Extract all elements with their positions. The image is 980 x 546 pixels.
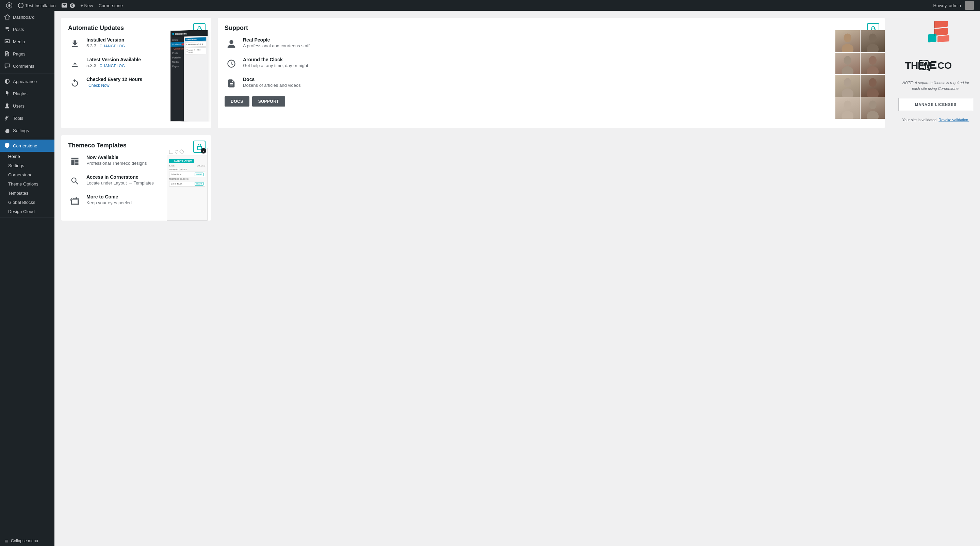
revoke-link[interactable]: Revoke validation. xyxy=(939,118,969,122)
sidebar-sub-home[interactable]: Home xyxy=(0,152,54,161)
svg-point-7 xyxy=(869,56,876,64)
main-content: Automatic Updates 0 xyxy=(54,11,891,546)
mockup-posts-item: Posts xyxy=(170,51,184,56)
insert-btn-2[interactable]: INSERT xyxy=(195,182,204,186)
latest-changelog-link[interactable]: CHANGELOG xyxy=(100,64,125,68)
sidebar-settings-label: Settings xyxy=(13,128,29,133)
now-available-content: Now Available Professional Themeco desig… xyxy=(86,154,167,166)
manage-licenses-button[interactable]: MANAGE LICENSES xyxy=(898,98,973,111)
sidebar-users-label: Users xyxy=(13,103,24,108)
collapse-label: Collapse menu xyxy=(11,538,38,543)
template-actions: SAVE UPLOAD xyxy=(167,165,207,169)
svg-point-14 xyxy=(842,111,853,119)
checked-content: Checked Every 12 Hours Check Now xyxy=(86,76,170,88)
check-now-value: Check Now xyxy=(86,83,170,88)
sidebar-item-pages[interactable]: Pages xyxy=(0,48,54,60)
sidebar-item-dashboard[interactable]: Dashboard xyxy=(0,11,54,23)
svg-point-16 xyxy=(867,111,878,119)
sub-global-blocks-label: Global Blocks xyxy=(8,200,35,205)
howdy-link[interactable]: Howdy, admin xyxy=(928,0,977,11)
support-button[interactable]: SUPPORT xyxy=(252,96,285,107)
sidebar-pages-label: Pages xyxy=(13,51,25,57)
sidebar-sub-design-cloud[interactable]: Design Cloud xyxy=(0,207,54,216)
svg-point-9 xyxy=(844,78,851,87)
sidebar-item-plugins[interactable]: Plugins xyxy=(0,88,54,100)
installed-version-value: 5.3.3 CHANGELOG xyxy=(86,43,170,48)
wp-logo-link[interactable] xyxy=(3,0,15,11)
cornerstone-admin-link[interactable]: Cornerstone xyxy=(95,0,126,11)
support-photo-4 xyxy=(861,53,885,75)
grid-icon xyxy=(169,150,173,154)
sidebar-item-appearance[interactable]: Appearance xyxy=(0,75,54,88)
automatic-updates-card: Automatic Updates 0 xyxy=(61,18,211,128)
check-now-link[interactable]: Check Now xyxy=(89,83,109,88)
clock-icon xyxy=(224,57,238,70)
sidebar-item-media[interactable]: Media xyxy=(0,35,54,48)
sidebar-sub-templates[interactable]: Templates xyxy=(0,189,54,198)
sidebar-sub-settings[interactable]: Settings xyxy=(0,161,54,170)
support-photo-grid xyxy=(835,30,885,119)
sidebar-item-cornerstone[interactable]: Cornerstone xyxy=(0,140,54,152)
site-name-link[interactable]: Test Installation xyxy=(15,0,59,11)
collapse-icon xyxy=(4,538,9,543)
sidebar-item-tools[interactable]: Tools xyxy=(0,112,54,124)
get-in-touch-label: Get in Touch xyxy=(171,183,182,185)
access-desc: Locate under Layout → Templates xyxy=(86,180,167,186)
template-pages-section: THEMECO PAGES Sales Page INSERT xyxy=(167,169,207,177)
brand-panel: TH ) THEM CO NOTE: A separate license is… xyxy=(891,11,980,546)
support-info-section: Real People A professional and courteous… xyxy=(224,37,835,119)
sidebar-item-comments[interactable]: Comments xyxy=(0,60,54,72)
sub-settings-label: Settings xyxy=(8,163,24,168)
themeco-wordmark-svg: TH ) THEM CO xyxy=(905,59,966,72)
face-silhouette-4 xyxy=(861,53,885,75)
comments-link[interactable]: 0 xyxy=(59,0,78,11)
real-people-desc: A professional and courteous staff xyxy=(243,43,835,48)
license-note: NOTE: A separate license is required for… xyxy=(898,80,973,91)
svg-rect-0 xyxy=(72,66,78,67)
download-icon xyxy=(68,37,82,51)
diamond-icon xyxy=(179,150,184,154)
checked-label: Checked Every 12 Hours xyxy=(86,76,170,82)
svg-text:CO: CO xyxy=(937,60,952,71)
mockup-content-1: Cornerstone 5.3.3 xyxy=(185,42,206,47)
docs-row: Docs Dozens of articles and videos xyxy=(224,76,835,90)
sidebar-item-settings[interactable]: Settings xyxy=(0,124,54,137)
svg-point-12 xyxy=(867,89,878,97)
admin-bar: Test Installation 0 + New Cornerstone Ho… xyxy=(0,0,980,11)
bottom-cards-row: Themeco Templates 0 xyxy=(61,135,885,221)
collapse-menu-button[interactable]: Collapse menu xyxy=(0,536,54,546)
sidebar-sub-cornerstone[interactable]: Cornerstone xyxy=(0,170,54,179)
svg-point-6 xyxy=(842,66,853,74)
comments-icon xyxy=(4,63,10,69)
more-content: More to Come Keep your eyes peeled xyxy=(86,194,167,205)
support-btn-group: DOCS SUPPORT xyxy=(224,96,835,107)
insert-btn-1[interactable]: INSERT xyxy=(195,173,204,176)
svg-point-13 xyxy=(844,100,851,109)
docs-content: Docs Dozens of articles and videos xyxy=(243,76,835,88)
sub-design-cloud-label: Design Cloud xyxy=(8,209,35,214)
around-clock-content: Around the Clock Get help at any time, d… xyxy=(243,57,835,68)
more-desc: Keep your eyes peeled xyxy=(86,200,167,205)
installed-changelog-link[interactable]: CHANGELOG xyxy=(100,44,125,48)
validated-text: Your site is validated. xyxy=(902,118,938,122)
template-blocks-section: THEMECO BLOCKS Get in Touch INSERT xyxy=(167,178,207,186)
docs-button[interactable]: DOCS xyxy=(224,96,250,107)
templates-badge: 0 xyxy=(201,148,206,153)
sidebar-sub-global-blocks[interactable]: Global Blocks xyxy=(0,198,54,207)
settings-icon xyxy=(4,127,10,134)
svg-point-5 xyxy=(844,56,851,64)
sidebar-item-posts[interactable]: Posts xyxy=(0,23,54,35)
mockup-updates-item: Updates 1 xyxy=(170,42,184,47)
sidebar-divider-3 xyxy=(0,218,54,218)
sidebar-comments-label: Comments xyxy=(13,64,34,69)
latest-version-label: Latest Version Available xyxy=(86,57,170,62)
access-content: Access in Cornerstone Locate under Layou… xyxy=(86,174,167,186)
themeco-logo-graphic xyxy=(915,21,956,52)
admin-bar-right: Howdy, admin xyxy=(928,0,977,11)
new-content-link[interactable]: + New xyxy=(78,0,95,11)
support-photo-7 xyxy=(835,97,860,119)
svg-rect-20 xyxy=(937,35,950,42)
sidebar-item-users[interactable]: Users xyxy=(0,100,54,112)
sidebar-sub-theme-options[interactable]: Theme Options xyxy=(0,179,54,189)
sales-page-row: Sales Page INSERT xyxy=(169,172,205,177)
